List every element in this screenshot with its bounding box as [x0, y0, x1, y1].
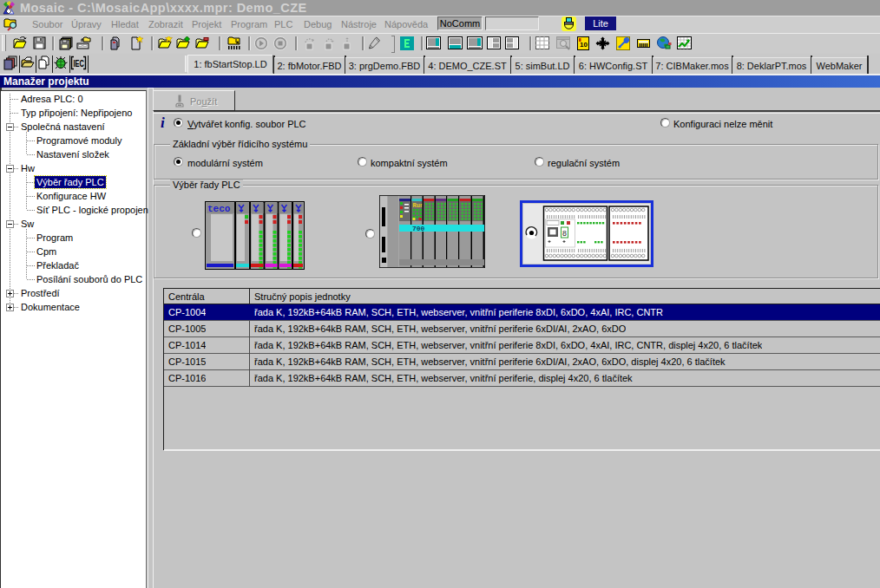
svg-text:700: 700 — [412, 225, 425, 232]
svg-text:8: 8 — [562, 230, 567, 238]
svg-text:10: 10 — [580, 41, 588, 49]
svg-text:IEC: IEC — [73, 58, 84, 69]
svg-text:teco: teco — [207, 204, 231, 214]
svg-text:Run: Run — [413, 202, 424, 209]
